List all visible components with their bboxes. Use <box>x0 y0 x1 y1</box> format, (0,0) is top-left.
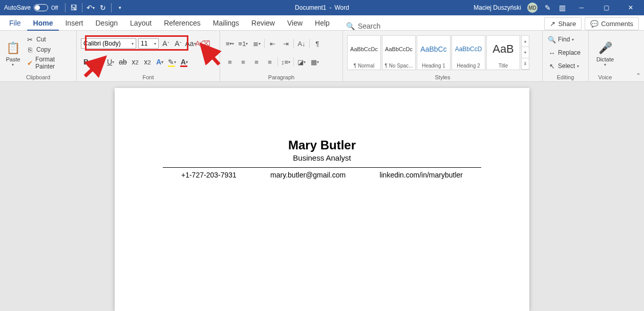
strike-button[interactable]: ab <box>118 57 128 67</box>
ribbon: 📋 Paste ▾ ✂Cut ⎘Copy ✔Format Painter Cli… <box>0 31 644 82</box>
decrease-indent-button[interactable]: ⇤ <box>267 38 278 49</box>
increase-indent-button[interactable]: ⇥ <box>280 38 291 49</box>
group-paragraph: ≡•▾ ≡1▾ ≣▾ ⇤ ⇥ A↓ ¶ ≡ ≡ ≡ ≡ ↕≡▾ ◪▾ ▦▾ <box>220 31 343 82</box>
style-normal[interactable]: AaBbCcDc¶ Normal <box>347 35 381 70</box>
replace-icon: ↔ <box>548 49 556 57</box>
ribbon-display-icon[interactable]: ▥ <box>558 4 566 12</box>
resume-linkedin[interactable]: linkedin.com/in/marybutler <box>379 171 463 179</box>
undo-icon[interactable]: ↶▾ <box>87 4 95 12</box>
style-title[interactable]: AaBTitle <box>486 35 520 70</box>
tell-me-search[interactable]: 🔍 Search <box>346 22 380 30</box>
title-separator: - <box>329 4 331 11</box>
resume-contact-row[interactable]: +1-727-203-7931 mary.butler@gmail.com li… <box>161 171 483 179</box>
shrink-font-button[interactable]: A˅ <box>173 38 183 49</box>
text-effects-button[interactable]: A▾ <box>155 57 165 67</box>
justify-button[interactable]: ≡ <box>264 57 275 67</box>
bold-button[interactable]: B <box>81 57 91 67</box>
line-spacing-button[interactable]: ↕≡▾ <box>280 57 291 67</box>
change-case-button[interactable]: Aa▾ <box>185 38 196 49</box>
resume-phone[interactable]: +1-727-203-7931 <box>181 171 237 179</box>
app-name-text: Word <box>334 4 349 11</box>
numbering-button[interactable]: ≡1▾ <box>238 38 249 49</box>
multilevel-button[interactable]: ≣▾ <box>251 38 262 49</box>
select-button[interactable]: ↖Select▾ <box>548 61 581 71</box>
tab-home[interactable]: Home <box>27 16 59 31</box>
font-color-button[interactable]: A▾ <box>179 57 189 67</box>
share-button[interactable]: ↗ Share <box>544 17 582 30</box>
paste-label: Paste <box>6 56 20 62</box>
resume-email[interactable]: mary.butler@gmail.com <box>270 171 346 179</box>
align-center-button[interactable]: ≡ <box>238 57 249 67</box>
tab-insert[interactable]: Insert <box>59 16 89 30</box>
editing-label: Editing <box>546 73 585 82</box>
paste-icon: 📋 <box>6 41 20 55</box>
replace-button[interactable]: ↔Replace <box>548 48 581 58</box>
find-button[interactable]: 🔍Find▾ <box>548 34 581 45</box>
subscript-button[interactable]: x2 <box>130 57 140 67</box>
underline-button[interactable]: U▾ <box>105 57 116 67</box>
autosave-toggle[interactable]: AutoSave Off <box>4 4 58 11</box>
search-icon: 🔍 <box>346 22 355 30</box>
autosave-switch[interactable] <box>34 4 48 11</box>
style-no-spacing[interactable]: AaBbCcDc¶ No Spac... <box>382 35 416 70</box>
tab-design[interactable]: Design <box>89 16 124 30</box>
grow-font-button[interactable]: A˄ <box>161 38 171 49</box>
resume-role[interactable]: Business Analyst <box>161 153 483 162</box>
doc-name-text: Document1 <box>295 4 326 11</box>
share-icon: ↗ <box>550 20 555 28</box>
highlight-button[interactable]: ✎▾ <box>167 57 177 67</box>
tab-help[interactable]: Help <box>309 16 336 30</box>
cut-icon: ✂ <box>26 35 34 43</box>
tab-file[interactable]: File <box>3 16 27 30</box>
copy-button[interactable]: ⎘Copy <box>26 45 71 55</box>
dictate-button[interactable]: 🎤 Dictate ▾ <box>592 32 618 73</box>
superscript-button[interactable]: x2 <box>142 57 153 67</box>
tab-view[interactable]: View <box>281 16 309 30</box>
sort-button[interactable]: A↓ <box>296 38 307 49</box>
comments-button[interactable]: 💬 Comments <box>585 17 639 30</box>
bullets-button[interactable]: ≡•▾ <box>224 38 235 49</box>
styles-gallery[interactable]: AaBbCcDc¶ Normal AaBbCcDc¶ No Spac... Aa… <box>347 35 529 70</box>
dictate-label: Dictate <box>596 56 614 62</box>
styles-scroll[interactable]: ▴▾⊻ <box>521 35 529 70</box>
borders-button[interactable]: ▦▾ <box>309 57 320 67</box>
group-voice: 🎤 Dictate ▾ Voice <box>589 31 621 82</box>
style-heading2[interactable]: AaBbCcDHeading 2 <box>452 35 485 70</box>
maximize-button[interactable]: ▢ <box>597 1 615 15</box>
tab-mailings[interactable]: Mailings <box>207 16 245 30</box>
resume-divider <box>163 167 481 168</box>
redo-icon[interactable]: ↻ <box>99 4 107 12</box>
autosave-state: Off <box>51 5 58 11</box>
font-size-combo[interactable]: 11▾ <box>138 38 159 49</box>
page[interactable]: Mary Butler Business Analyst +1-727-203-… <box>115 88 529 311</box>
paragraph-label: Paragraph <box>223 73 339 82</box>
draw-icon[interactable]: ✎ <box>544 4 552 12</box>
cut-button[interactable]: ✂Cut <box>26 34 71 45</box>
document-area[interactable]: Mary Butler Business Analyst +1-727-203-… <box>0 82 644 311</box>
tab-layout[interactable]: Layout <box>124 16 158 30</box>
tab-references[interactable]: References <box>158 16 207 30</box>
style-heading1[interactable]: AaBbCcHeading 1 <box>417 35 450 70</box>
user-name: Maciej Duszyński <box>474 4 521 11</box>
group-styles: AaBbCcDc¶ Normal AaBbCcDc¶ No Spac... Aa… <box>343 31 543 82</box>
format-painter-button[interactable]: ✔Format Painter <box>26 55 71 71</box>
resume-name[interactable]: Mary Butler <box>161 138 483 152</box>
show-marks-button[interactable]: ¶ <box>312 38 323 49</box>
collapse-ribbon-button[interactable]: ⌃ <box>636 72 641 79</box>
italic-button[interactable]: I <box>93 57 103 67</box>
minimize-button[interactable]: ─ <box>572 1 591 15</box>
save-icon[interactable]: 🖫 <box>70 4 78 12</box>
font-name-combo[interactable]: Calibri (Body)▾ <box>81 38 136 49</box>
shading-button[interactable]: ◪▾ <box>296 57 307 67</box>
align-left-button[interactable]: ≡ <box>224 57 235 67</box>
ribbon-tabs: File Home Insert Design Layout Reference… <box>0 15 644 31</box>
group-clipboard: 📋 Paste ▾ ✂Cut ⎘Copy ✔Format Painter Cli… <box>0 31 77 82</box>
clear-format-button[interactable]: A⌫ <box>198 38 208 49</box>
user-avatar[interactable]: MD <box>527 3 538 13</box>
paste-button[interactable]: 📋 Paste ▾ <box>3 32 23 73</box>
tab-review[interactable]: Review <box>245 16 281 30</box>
align-right-button[interactable]: ≡ <box>251 57 262 67</box>
qat-more-icon[interactable]: ▾ <box>116 4 124 12</box>
close-button[interactable]: ✕ <box>621 1 640 15</box>
copy-icon: ⎘ <box>26 46 34 54</box>
